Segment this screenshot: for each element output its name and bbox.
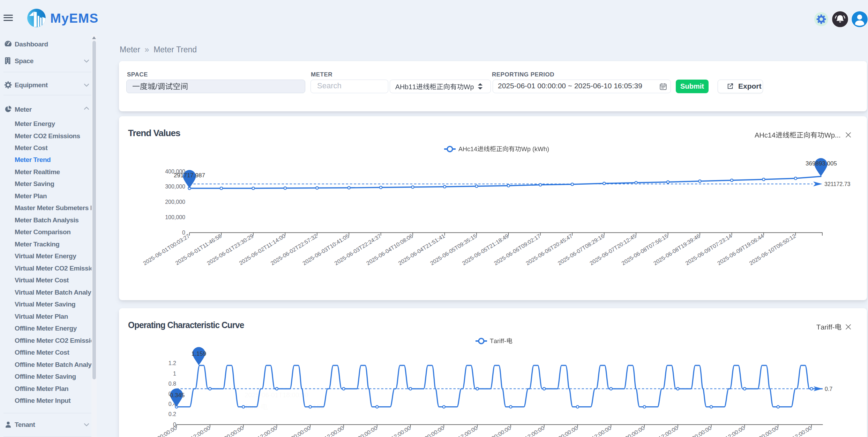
svg-text:200,000: 200,000 <box>165 199 185 205</box>
svg-text:00:00:00: 00:00:00 <box>223 425 245 437</box>
svg-text:00:00:00: 00:00:00 <box>156 425 178 437</box>
svg-text:00:00:00: 00:00:00 <box>290 425 312 437</box>
svg-text:12:00:00: 12:00:00 <box>524 425 545 437</box>
svg-text:12:00:00: 12:00:00 <box>390 425 412 437</box>
svg-text:00:00:00: 00:00:00 <box>758 425 779 437</box>
svg-text:1.159: 1.159 <box>307 403 324 410</box>
svg-text:100,000: 100,000 <box>165 214 185 220</box>
svg-text:0.8: 0.8 <box>169 381 176 387</box>
svg-text:0.7: 0.7 <box>825 386 832 392</box>
svg-text:00:00:00: 00:00:00 <box>691 425 712 437</box>
svg-text:00:00:00: 00:00:00 <box>557 425 579 437</box>
svg-text:00:00:00: 00:00:00 <box>624 425 646 437</box>
svg-text:321172.73: 321172.73 <box>824 181 851 187</box>
svg-text:2025-06-01T18:00:00: 2025-06-01T18:00:00 <box>245 391 308 399</box>
svg-text:12:00:00: 12:00:00 <box>658 425 679 437</box>
svg-text:1: 1 <box>173 371 176 377</box>
svg-text:12:00:00: 12:00:00 <box>791 425 813 437</box>
svg-text:12:00:00: 12:00:00 <box>724 425 746 437</box>
svg-text:300,000: 300,000 <box>165 184 185 190</box>
svg-text:Tariff-电: Tariff-电 <box>245 403 268 410</box>
svg-text:12:00:00: 12:00:00 <box>457 425 479 437</box>
svg-text:12:00:00: 12:00:00 <box>591 425 612 437</box>
svg-text:1.2: 1.2 <box>169 360 176 366</box>
svg-text:0.2: 0.2 <box>169 411 176 417</box>
svg-text:00:00:00: 00:00:00 <box>357 425 378 437</box>
svg-text:12:00:00: 12:00:00 <box>256 425 278 437</box>
svg-text:00:00:00: 00:00:00 <box>424 425 445 437</box>
svg-text:00:00:00: 00:00:00 <box>491 425 512 437</box>
svg-text:1.159: 1.159 <box>192 350 207 357</box>
svg-text:12:00:00: 12:00:00 <box>323 425 345 437</box>
svg-text:0.345: 0.345 <box>170 392 185 399</box>
svg-text:291717.987: 291717.987 <box>174 172 205 179</box>
svg-text:12:00:00: 12:00:00 <box>190 425 211 437</box>
svg-text:369893.005: 369893.005 <box>806 160 837 167</box>
